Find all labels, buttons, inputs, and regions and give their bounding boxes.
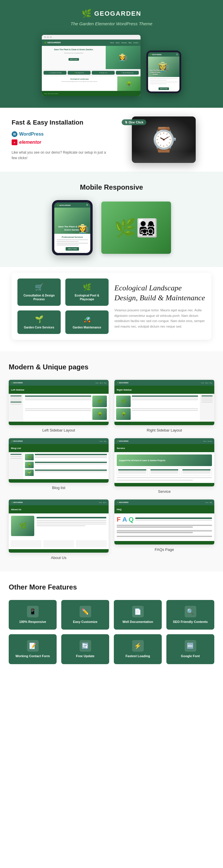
contact-form-label: Working Contact Form — [15, 654, 50, 658]
service-mini-3 — [181, 468, 212, 475]
preview-nav-5: HomeAbout — [99, 502, 106, 503]
service-2-icon: 🌿 — [83, 283, 92, 291]
faq-list — [117, 525, 212, 539]
blog-list-label: Blog list — [52, 486, 65, 490]
preview-header-4: 🌿 GEOGARDEN HomeServices — [115, 438, 214, 444]
preview-image-3: 🌿 — [116, 396, 131, 407]
preview-nav-6: HomeFAQ — [205, 502, 212, 503]
page-about: 🌿 GEOGARDEN HomeAbout About Us 🌿 — [9, 499, 108, 560]
mobile-logo: 🌿 GEOGARDEN — [57, 204, 70, 206]
phone-header: 🌿 GEOGARDEN ☰ — [148, 52, 180, 57]
page-left-sidebar: 🌿 GEOGARDEN HomeAboutBlog Left Sidebar — [9, 380, 108, 432]
responsive-label: 100% Responsive — [19, 620, 46, 624]
about-label: About Us — [51, 556, 66, 560]
service-hero: Support For All Kind of Lawn & Garden Pr… — [117, 455, 212, 466]
mobile-phone-header: 🌿 GEOGARDEN ☰ — [54, 203, 90, 208]
about-preview-body: 🌿 — [9, 514, 108, 538]
responsive-icon: 📱 — [27, 606, 39, 617]
install-logos: W WordPress e elementor — [11, 131, 107, 145]
mockup-section-text: Ecological Landscape Professional landsc… — [42, 76, 117, 91]
preview-footer-4 — [115, 483, 214, 487]
mockup-service-2: 🌿 Ecological Pool — [68, 71, 91, 74]
feature-customize: ✏️ Easy Customize — [61, 600, 109, 629]
font-label: Google Font — [181, 654, 200, 658]
brand-logo: 🌿 GEOGARDEN — [6, 9, 217, 18]
preview-banner-3: Blog List — [9, 444, 108, 452]
mobile-cta-btn: ABOUT NOW — [66, 247, 79, 251]
preview-nav: HomeAboutBlog — [96, 382, 106, 383]
hero-section: 🌿 GEOGARDEN The Garden Elementor WordPre… — [0, 0, 223, 108]
update-label: Free Update — [76, 654, 95, 658]
brand-name: GEOGARDEN — [94, 10, 141, 18]
phone-mockup: 🌿 GEOGARDEN ☰ 👩‍🌾 Save The Plant &Clean … — [146, 51, 181, 93]
install-section: Fast & Easy Installation W WordPress e e… — [0, 108, 223, 172]
faq-item-3 — [117, 536, 212, 539]
preview-image: 🌿 — [92, 396, 107, 407]
main-content-2: 🌿 🌳 — [115, 394, 200, 422]
phone-logo: 🌿 GEOGARDEN — [150, 54, 161, 56]
mobile-menu-icon: ☰ — [86, 204, 88, 206]
feature-font: 🔤 Google Font — [166, 634, 214, 664]
service-preview-body: Support For All Kind of Lawn & Garden Pr… — [115, 452, 214, 483]
dot-green — [50, 36, 52, 38]
desktop-mockup: 🌿 GEOGARDEN Home About Services Blog Con… — [42, 35, 140, 96]
service-3-icon: 🌱 — [35, 315, 43, 323]
documentation-label: Well Documentation — [123, 620, 153, 624]
preview-logo-6: 🌿 GEOGARDEN — [117, 501, 128, 503]
phone-btn: ABOUT NOW — [159, 87, 169, 90]
service-1-icon: 🛒 — [35, 283, 43, 291]
service-item-1: 🛒 Consultation & Design Process — [18, 278, 61, 306]
loading-label: Fastest Loading — [125, 654, 150, 658]
wordpress-label: WordPress — [19, 131, 43, 137]
one-click-badge: 🖱 One Click — [122, 119, 146, 125]
preview-logo-3: 🌿 GEOGARDEN — [11, 440, 23, 442]
services-desc: Vivamus posuere congue tortor. Mauris eg… — [115, 308, 205, 329]
feature-seo: 🔍 SEO Friendly Contents — [166, 600, 214, 629]
preview-banner-4: Service — [115, 444, 214, 452]
mobile-phone-hero: Save The Plant & Clean & Green Garden. 👩… — [54, 208, 90, 234]
services-description: Ecological Landscape Design, Build & Mai… — [115, 278, 205, 334]
features-section: Other More Features 📱 100% Responsive ✏️… — [0, 571, 223, 676]
blog-post-1: 🌿 — [25, 454, 107, 460]
mobile-section-title: Mobile Responsive — [6, 183, 217, 191]
hamburger-icon: ☰ — [176, 54, 178, 56]
service-item-3: 🌱 Garden Core Services — [18, 310, 61, 334]
service-item-4: 🚜 Garden Maintenance — [65, 310, 108, 334]
preview-header-6: 🌿 GEOGARDEN HomeFAQ — [115, 499, 214, 505]
preview-banner-6: FAQ — [115, 505, 214, 514]
preview-logo-5: 🌿 GEOGARDEN — [11, 501, 23, 503]
leaf-icon: 🌿 — [82, 9, 92, 18]
feature-documentation: 📄 Well Documentation — [114, 600, 162, 629]
preview-body: 🌿 🌳 — [9, 394, 108, 422]
preview-header-3: 🌿 GEOGARDEN HomeBlog — [9, 438, 108, 444]
preview-header-2: 🌿 GEOGARDEN HomeAboutBlog — [115, 380, 214, 386]
mockup-section: Ecological Landscape Professional landsc… — [42, 76, 140, 91]
service-2-label: Ecological Pool & Playscape — [70, 293, 104, 301]
person-icon: 👩‍🌾 — [78, 224, 89, 234]
pages-section: Modern & Unique pages 🌿 GEOGARDEN HomeAb… — [0, 351, 223, 571]
preview-footer — [9, 422, 108, 425]
wordpress-logo: W WordPress — [11, 131, 107, 137]
seo-icon: 🔍 — [185, 606, 196, 617]
dot-yellow — [47, 36, 49, 38]
phone-content: ABOUT NOW — [148, 77, 180, 91]
mockup-section-image: 🌳 — [117, 76, 140, 91]
mockup-services: 🛒 Consultation & Design 🌿 Ecological Poo… — [42, 69, 140, 76]
blog-post-img-2: 🌳 — [25, 462, 34, 468]
feature-contact-form: 📝 Working Contact Form — [9, 634, 57, 664]
services-grid: 🛒 Consultation & Design Process 🌿 Ecolog… — [18, 278, 108, 334]
feature-responsive: 📱 100% Responsive — [9, 600, 57, 629]
service-mini-2 — [149, 468, 180, 475]
phone-hero-text: Save The Plant &Clean & GreenGarden. — [150, 69, 161, 75]
preview-nav-3: HomeBlog — [100, 440, 106, 442]
preview-logo-2: 🌿 GEOGARDEN — [117, 382, 128, 383]
mockup-service-1: 🛒 Consultation & Design — [43, 71, 66, 74]
mobile-responsive-section: Mobile Responsive 🌿 GEOGARDEN ☰ Save The… — [0, 172, 223, 267]
service-3-label: Garden Core Services — [24, 326, 54, 329]
service-preview: 🌿 GEOGARDEN HomeServices Service Support… — [115, 438, 214, 487]
blog-preview-body: 🌿 🌳 — [9, 452, 108, 479]
blog-post-img-3: 🌱 — [25, 470, 34, 476]
services-heading: Ecological Landscape Design, Build & Mai… — [115, 283, 205, 303]
garden-photo: 🌿👨‍👩‍👧‍👦 — [101, 202, 171, 254]
hero-person-icon: 👩‍🌾 — [106, 46, 140, 69]
